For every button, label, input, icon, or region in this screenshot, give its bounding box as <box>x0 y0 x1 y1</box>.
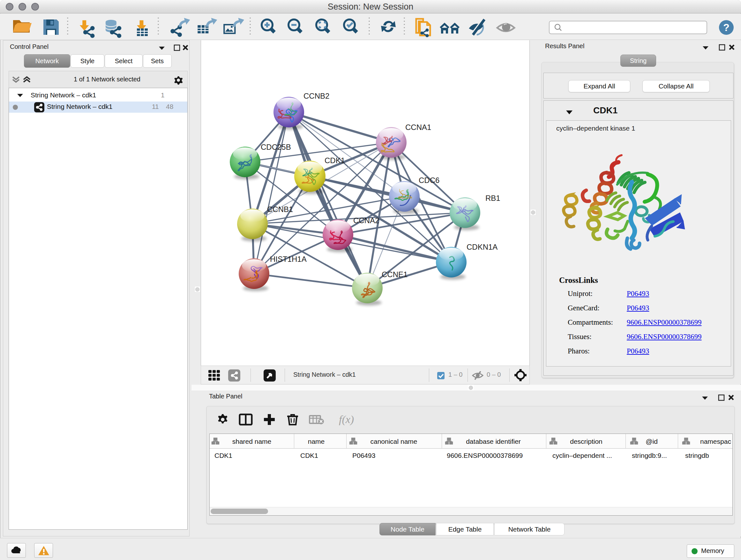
svg-text:?: ? <box>723 22 730 33</box>
svg-text:@id: @id <box>646 438 658 445</box>
svg-text:CDC25B: CDC25B <box>261 143 291 151</box>
svg-text:shared name: shared name <box>232 438 272 445</box>
svg-text:CDC6: CDC6 <box>419 176 440 185</box>
svg-text:CDKN1A: CDKN1A <box>467 243 497 251</box>
svg-text:RB1: RB1 <box>485 194 500 202</box>
svg-text:database identifier: database identifier <box>466 438 521 445</box>
svg-text:CCNB2: CCNB2 <box>304 91 329 100</box>
svg-text:namespac: namespac <box>700 438 731 445</box>
svg-text:CCNB1: CCNB1 <box>267 205 293 213</box>
svg-text:CCNA2: CCNA2 <box>353 216 379 225</box>
svg-text:CCNA1: CCNA1 <box>405 123 431 132</box>
svg-text:CCNE1: CCNE1 <box>382 270 408 279</box>
svg-text:CDK1: CDK1 <box>325 156 345 165</box>
svg-text:canonical name: canonical name <box>370 438 417 445</box>
svg-text:name: name <box>308 438 325 445</box>
svg-text:HIST1H1A: HIST1H1A <box>270 255 307 263</box>
svg-text:f(x): f(x) <box>339 414 354 426</box>
svg-text:description: description <box>570 438 603 445</box>
